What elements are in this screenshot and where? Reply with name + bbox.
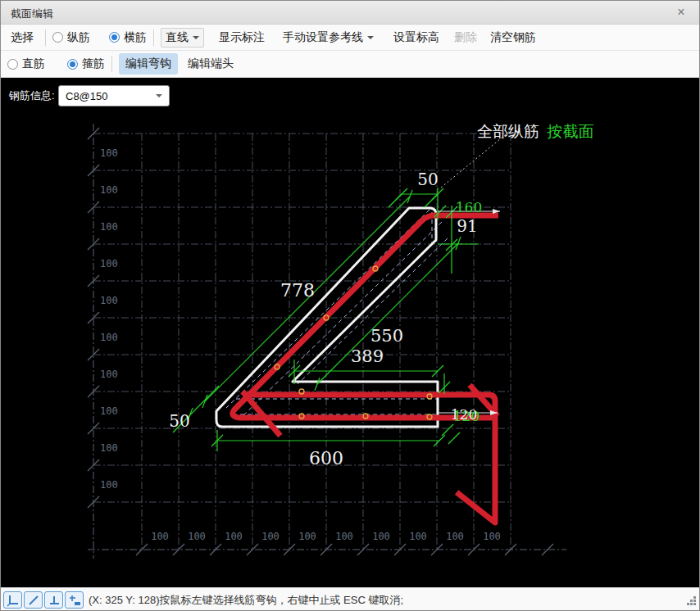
radio-checked-icon[interactable] (67, 59, 78, 70)
section-edit-window: 截面编辑 × 选择 纵筋 横筋 直线 显示标注 手动设置参考线 设置标高 删除 … (0, 0, 700, 611)
separator (153, 29, 154, 46)
perpendicular-icon[interactable] (44, 591, 63, 609)
edit-end-button[interactable]: 编辑端头 (183, 54, 239, 74)
radio-circle-icon[interactable] (7, 59, 18, 70)
ruler-label: 100 (100, 332, 118, 343)
ruler-label: 100 (225, 531, 243, 542)
ruler-label: 100 (100, 295, 118, 306)
dim-mid-389: 389 (351, 346, 384, 366)
dim-diag-550: 550 (370, 326, 403, 346)
radio-straight[interactable]: 直筋 (7, 57, 45, 71)
dim-right-91: 91 (457, 216, 477, 236)
ruler-label: 100 (188, 531, 206, 542)
select-button[interactable]: 选择 (6, 28, 39, 48)
ruler-label: 100 (100, 147, 118, 159)
radio-stirrup[interactable]: 箍筋 (67, 57, 105, 71)
ruler-label: 100 (372, 531, 390, 542)
ruler-label: 100 (100, 258, 118, 269)
reference-dashed-lines (226, 210, 448, 420)
ruler-label: 100 (151, 531, 169, 542)
radio-longitudinal-label: 纵筋 (67, 30, 90, 45)
resize-grip[interactable] (686, 595, 697, 609)
separator (111, 56, 112, 72)
dim-right-120: 120 (451, 406, 477, 423)
rebar-path[interactable] (233, 215, 498, 523)
cad-canvas[interactable]: 1001001001001001001001001001001001001001… (1, 78, 700, 587)
status-bar: (X: 325 Y: 128)按鼠标左键选择线筋弯钩，右键中止或 ESC 键取消… (1, 587, 699, 611)
caret-down-icon (367, 36, 374, 39)
toolbar-main: 选择 纵筋 横筋 直线 显示标注 手动设置参考线 设置标高 删除 清空钢筋 (1, 25, 699, 51)
show-annotation-button[interactable]: 显示标注 (214, 28, 270, 48)
rebar-spec-value: C8@150 (59, 90, 152, 102)
manual-reference-label: 手动设置参考线 (283, 30, 363, 45)
ruler-label: 100 (446, 531, 464, 542)
ruler-label: 100 (100, 184, 118, 196)
ruler-label: 100 (335, 531, 353, 542)
offset-point-icon[interactable] (65, 591, 84, 609)
radio-longitudinal[interactable]: 纵筋 (52, 30, 90, 45)
ruler-label: 100 (298, 531, 316, 542)
radio-transverse[interactable]: 横筋 (109, 30, 147, 45)
radio-circle-icon[interactable] (52, 32, 63, 43)
axis-corner-icon[interactable] (3, 591, 22, 609)
radio-checked-icon[interactable] (109, 32, 120, 43)
ruler-label: 100 (100, 442, 118, 454)
window-title: 截面编辑 (11, 7, 53, 21)
ruler-label: 100 (261, 531, 280, 542)
clear-rebar-button[interactable]: 清空钢筋 (485, 28, 541, 48)
radio-transverse-label: 横筋 (124, 30, 147, 45)
diagonal-line-icon[interactable] (24, 591, 43, 609)
ruler-label: 100 (483, 531, 501, 542)
ruler-label: 100 (409, 531, 427, 542)
caret-down-icon (193, 36, 199, 39)
toolbar-rebar-type: 直筋 箍筋 编辑弯钩 编辑端头 (1, 51, 699, 78)
label-by-section[interactable]: 按截面 (547, 122, 594, 140)
title-bar: 截面编辑 × (1, 1, 699, 25)
label-all-longitudinal[interactable]: 全部纵筋 (477, 122, 539, 140)
dim-left-50: 50 (169, 411, 189, 431)
ruler-label: 100 (100, 479, 118, 491)
close-icon[interactable]: × (671, 4, 691, 20)
dim-top-50: 50 (417, 170, 438, 189)
ruler-label: 100 (100, 405, 118, 417)
caret-down-icon (156, 94, 162, 97)
edit-hook-button[interactable]: 编辑弯钩 (119, 53, 178, 75)
rebar-info-label: 钢筋信息: (9, 88, 55, 103)
separator (45, 29, 46, 46)
set-elevation-button[interactable]: 设置标高 (389, 28, 444, 48)
line-type-label: 直线 (166, 30, 189, 45)
radio-straight-label: 直筋 (22, 57, 45, 71)
dim-green-160: 160 (456, 199, 482, 215)
rebar-spec-combobox[interactable]: C8@150 (58, 85, 170, 106)
ruler-label: 100 (100, 369, 118, 380)
radio-stirrup-label: 箍筋 (82, 57, 105, 71)
ruler-label: 100 (100, 221, 118, 233)
delete-button[interactable]: 删除 (449, 28, 482, 48)
manual-reference-dropdown[interactable]: 手动设置参考线 (278, 28, 379, 48)
drawing-area[interactable]: 1001001001001001001001001001001001001001… (1, 78, 699, 587)
status-message: (X: 325 Y: 128)按鼠标左键选择线筋弯钩，右键中止或 ESC 键取消… (89, 593, 403, 608)
line-type-dropdown[interactable]: 直线 (161, 28, 204, 48)
dim-bottom-600: 600 (309, 448, 343, 468)
dim-diag-778: 778 (280, 280, 315, 301)
